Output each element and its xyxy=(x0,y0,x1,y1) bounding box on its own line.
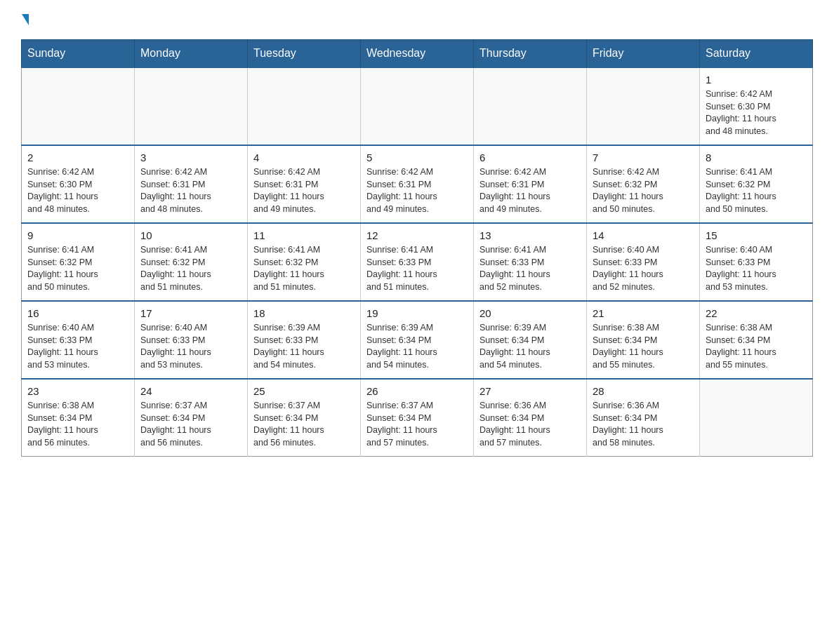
calendar-cell: 27Sunrise: 6:36 AM Sunset: 6:34 PM Dayli… xyxy=(474,379,587,457)
day-info: Sunrise: 6:38 AM Sunset: 6:34 PM Dayligh… xyxy=(706,322,807,371)
calendar-cell: 6Sunrise: 6:42 AM Sunset: 6:31 PM Daylig… xyxy=(474,145,587,223)
day-info: Sunrise: 6:39 AM Sunset: 6:34 PM Dayligh… xyxy=(479,322,581,371)
calendar-week-row: 2Sunrise: 6:42 AM Sunset: 6:30 PM Daylig… xyxy=(22,145,813,223)
day-number: 18 xyxy=(253,307,355,319)
day-info: Sunrise: 6:41 AM Sunset: 6:32 PM Dayligh… xyxy=(706,166,807,215)
day-info: Sunrise: 6:42 AM Sunset: 6:31 PM Dayligh… xyxy=(366,166,468,215)
calendar-cell: 12Sunrise: 6:41 AM Sunset: 6:33 PM Dayli… xyxy=(361,223,474,301)
day-info: Sunrise: 6:41 AM Sunset: 6:32 PM Dayligh… xyxy=(140,244,241,293)
page-header xyxy=(21,14,813,25)
day-info: Sunrise: 6:41 AM Sunset: 6:32 PM Dayligh… xyxy=(253,244,355,293)
day-info: Sunrise: 6:40 AM Sunset: 6:33 PM Dayligh… xyxy=(140,322,241,371)
logo-arrow-icon xyxy=(22,14,29,25)
day-number: 12 xyxy=(366,229,468,241)
header-thursday: Thursday xyxy=(474,40,587,68)
calendar-cell: 2Sunrise: 6:42 AM Sunset: 6:30 PM Daylig… xyxy=(22,145,135,223)
calendar-cell: 13Sunrise: 6:41 AM Sunset: 6:33 PM Dayli… xyxy=(474,223,587,301)
calendar-cell xyxy=(474,67,587,145)
calendar-cell xyxy=(361,67,474,145)
day-number: 3 xyxy=(140,152,241,163)
day-number: 7 xyxy=(593,152,694,163)
day-number: 6 xyxy=(479,152,581,163)
calendar-cell: 21Sunrise: 6:38 AM Sunset: 6:34 PM Dayli… xyxy=(587,301,700,379)
day-info: Sunrise: 6:37 AM Sunset: 6:34 PM Dayligh… xyxy=(366,400,468,449)
header-saturday: Saturday xyxy=(700,40,813,68)
calendar-cell: 15Sunrise: 6:40 AM Sunset: 6:33 PM Dayli… xyxy=(700,223,813,301)
calendar-cell: 4Sunrise: 6:42 AM Sunset: 6:31 PM Daylig… xyxy=(248,145,361,223)
day-info: Sunrise: 6:42 AM Sunset: 6:31 PM Dayligh… xyxy=(140,166,241,215)
calendar-cell: 5Sunrise: 6:42 AM Sunset: 6:31 PM Daylig… xyxy=(361,145,474,223)
calendar-cell: 7Sunrise: 6:42 AM Sunset: 6:32 PM Daylig… xyxy=(587,145,700,223)
day-info: Sunrise: 6:38 AM Sunset: 6:34 PM Dayligh… xyxy=(27,400,128,449)
header-tuesday: Tuesday xyxy=(248,40,361,68)
calendar-cell: 25Sunrise: 6:37 AM Sunset: 6:34 PM Dayli… xyxy=(248,379,361,457)
calendar-cell xyxy=(248,67,361,145)
day-number: 8 xyxy=(706,152,807,163)
day-info: Sunrise: 6:39 AM Sunset: 6:33 PM Dayligh… xyxy=(253,322,355,371)
day-number: 17 xyxy=(140,307,241,319)
weekday-header-row: Sunday Monday Tuesday Wednesday Thursday… xyxy=(22,40,813,68)
calendar-cell xyxy=(587,67,700,145)
calendar-cell: 22Sunrise: 6:38 AM Sunset: 6:34 PM Dayli… xyxy=(700,301,813,379)
calendar-cell xyxy=(22,67,135,145)
day-number: 20 xyxy=(479,307,581,319)
day-number: 9 xyxy=(27,229,128,241)
day-info: Sunrise: 6:42 AM Sunset: 6:32 PM Dayligh… xyxy=(593,166,694,215)
calendar-cell: 3Sunrise: 6:42 AM Sunset: 6:31 PM Daylig… xyxy=(135,145,248,223)
day-number: 5 xyxy=(366,152,468,163)
calendar-cell: 9Sunrise: 6:41 AM Sunset: 6:32 PM Daylig… xyxy=(22,223,135,301)
calendar-cell: 8Sunrise: 6:41 AM Sunset: 6:32 PM Daylig… xyxy=(700,145,813,223)
calendar-cell: 14Sunrise: 6:40 AM Sunset: 6:33 PM Dayli… xyxy=(587,223,700,301)
day-info: Sunrise: 6:41 AM Sunset: 6:33 PM Dayligh… xyxy=(366,244,468,293)
calendar-cell: 26Sunrise: 6:37 AM Sunset: 6:34 PM Dayli… xyxy=(361,379,474,457)
day-number: 2 xyxy=(27,152,128,163)
day-info: Sunrise: 6:40 AM Sunset: 6:33 PM Dayligh… xyxy=(27,322,128,371)
calendar-week-row: 23Sunrise: 6:38 AM Sunset: 6:34 PM Dayli… xyxy=(22,379,813,457)
calendar-cell: 1Sunrise: 6:42 AM Sunset: 6:30 PM Daylig… xyxy=(700,67,813,145)
calendar-cell: 10Sunrise: 6:41 AM Sunset: 6:32 PM Dayli… xyxy=(135,223,248,301)
calendar-cell: 28Sunrise: 6:36 AM Sunset: 6:34 PM Dayli… xyxy=(587,379,700,457)
day-info: Sunrise: 6:38 AM Sunset: 6:34 PM Dayligh… xyxy=(593,322,694,371)
day-info: Sunrise: 6:41 AM Sunset: 6:32 PM Dayligh… xyxy=(27,244,128,293)
day-info: Sunrise: 6:42 AM Sunset: 6:30 PM Dayligh… xyxy=(706,88,807,137)
header-friday: Friday xyxy=(587,40,700,68)
day-info: Sunrise: 6:37 AM Sunset: 6:34 PM Dayligh… xyxy=(253,400,355,449)
day-info: Sunrise: 6:37 AM Sunset: 6:34 PM Dayligh… xyxy=(140,400,241,449)
day-number: 25 xyxy=(253,385,355,397)
calendar-cell: 20Sunrise: 6:39 AM Sunset: 6:34 PM Dayli… xyxy=(474,301,587,379)
day-number: 1 xyxy=(706,74,807,86)
logo xyxy=(21,14,29,25)
header-monday: Monday xyxy=(135,40,248,68)
day-number: 26 xyxy=(366,385,468,397)
day-number: 13 xyxy=(479,229,581,241)
calendar-cell: 11Sunrise: 6:41 AM Sunset: 6:32 PM Dayli… xyxy=(248,223,361,301)
day-info: Sunrise: 6:42 AM Sunset: 6:31 PM Dayligh… xyxy=(479,166,581,215)
day-number: 15 xyxy=(706,229,807,241)
calendar-cell: 18Sunrise: 6:39 AM Sunset: 6:33 PM Dayli… xyxy=(248,301,361,379)
day-info: Sunrise: 6:42 AM Sunset: 6:30 PM Dayligh… xyxy=(27,166,128,215)
day-number: 14 xyxy=(593,229,694,241)
day-number: 11 xyxy=(253,229,355,241)
day-number: 10 xyxy=(140,229,241,241)
day-number: 22 xyxy=(706,307,807,319)
day-info: Sunrise: 6:40 AM Sunset: 6:33 PM Dayligh… xyxy=(593,244,694,293)
day-number: 28 xyxy=(593,385,694,397)
calendar-week-row: 9Sunrise: 6:41 AM Sunset: 6:32 PM Daylig… xyxy=(22,223,813,301)
calendar-cell xyxy=(135,67,248,145)
calendar-cell: 24Sunrise: 6:37 AM Sunset: 6:34 PM Dayli… xyxy=(135,379,248,457)
calendar-table: Sunday Monday Tuesday Wednesday Thursday… xyxy=(21,39,813,457)
day-info: Sunrise: 6:36 AM Sunset: 6:34 PM Dayligh… xyxy=(593,400,694,449)
header-sunday: Sunday xyxy=(22,40,135,68)
day-info: Sunrise: 6:40 AM Sunset: 6:33 PM Dayligh… xyxy=(706,244,807,293)
calendar-week-row: 1Sunrise: 6:42 AM Sunset: 6:30 PM Daylig… xyxy=(22,67,813,145)
day-info: Sunrise: 6:36 AM Sunset: 6:34 PM Dayligh… xyxy=(479,400,581,449)
calendar-cell: 19Sunrise: 6:39 AM Sunset: 6:34 PM Dayli… xyxy=(361,301,474,379)
day-info: Sunrise: 6:39 AM Sunset: 6:34 PM Dayligh… xyxy=(366,322,468,371)
day-number: 4 xyxy=(253,152,355,163)
day-number: 24 xyxy=(140,385,241,397)
calendar-cell: 17Sunrise: 6:40 AM Sunset: 6:33 PM Dayli… xyxy=(135,301,248,379)
day-number: 16 xyxy=(27,307,128,319)
day-number: 21 xyxy=(593,307,694,319)
day-info: Sunrise: 6:41 AM Sunset: 6:33 PM Dayligh… xyxy=(479,244,581,293)
calendar-cell: 23Sunrise: 6:38 AM Sunset: 6:34 PM Dayli… xyxy=(22,379,135,457)
